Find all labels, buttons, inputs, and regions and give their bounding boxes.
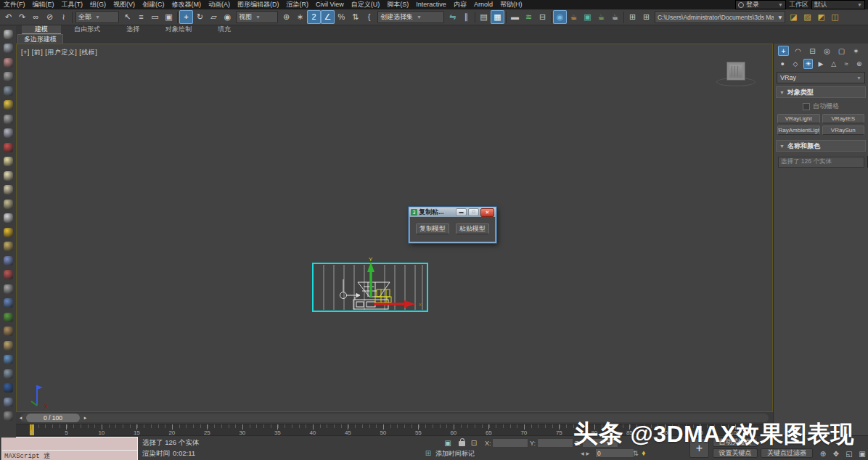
grid-explorer-icon[interactable]: ⊞ <box>626 10 639 24</box>
isolate-selection-icon[interactable]: ▣ <box>443 438 453 448</box>
mirror-icon[interactable]: ⇋ <box>446 10 459 24</box>
ribbon-tab[interactable]: 建模 <box>22 25 61 34</box>
name-color-rollout-header[interactable]: ▼ 名称和颜色 <box>776 140 866 152</box>
selected-model-wireframe[interactable]: Y x <box>311 258 430 317</box>
schematic-view-icon[interactable]: ⊟ <box>536 10 549 24</box>
maximize-button[interactable]: □ <box>468 208 479 216</box>
red-glasses-icon[interactable] <box>2 141 15 154</box>
minimize-button[interactable]: ▬ <box>456 208 467 216</box>
selection-lock-icon[interactable] <box>459 441 465 446</box>
render-setup-icon[interactable]: ☕ <box>567 10 581 24</box>
menu-item[interactable]: 修改器(M) <box>168 0 205 9</box>
prev-frame-arrow[interactable]: ◂ <box>17 414 25 422</box>
list-icon[interactable] <box>2 71 15 83</box>
cone-icon[interactable] <box>2 213 15 225</box>
motion-tab[interactable]: ◎ <box>822 46 832 56</box>
polygon-modeling-panel-tab[interactable]: 多边形建模 <box>17 34 63 44</box>
select-and-move-icon[interactable]: + <box>179 10 193 24</box>
select-and-link-icon[interactable]: ∞ <box>29 10 43 24</box>
transform-snap-icon[interactable]: ⊡ <box>469 438 479 448</box>
ribbon-tab[interactable]: 对象绘制 <box>152 25 205 34</box>
add-time-tag[interactable]: 添加时间标记 <box>435 449 475 459</box>
coin-icon[interactable] <box>2 340 15 352</box>
menu-item[interactable]: Interactive <box>412 0 450 9</box>
rectangular-selection-icon[interactable]: ▭ <box>148 10 162 24</box>
menu-item[interactable]: Civil View <box>312 0 348 9</box>
plate-icon[interactable] <box>2 156 15 168</box>
sun-icon[interactable] <box>2 226 15 239</box>
dome-icon[interactable] <box>2 170 15 182</box>
space-warps-category[interactable]: ≈ <box>842 59 851 69</box>
modify-tab[interactable]: ◠ <box>793 46 803 56</box>
projector-icon[interactable] <box>2 113 15 126</box>
menu-item[interactable]: 文件(F) <box>0 0 29 9</box>
vray-light-type-button[interactable]: VRayAmbientLight <box>777 126 820 135</box>
menu-item[interactable]: Arnold <box>470 0 496 9</box>
viewcube[interactable] <box>716 59 756 88</box>
ribbon-tab[interactable]: 自由形式 <box>61 25 113 34</box>
light-bulb-icon[interactable] <box>2 99 15 112</box>
time-slider-handle[interactable]: ◂ 0 / 100 ▸ <box>26 414 80 422</box>
cloud-icon[interactable] <box>2 43 15 55</box>
import-scene-icon[interactable]: ◫ <box>828 10 842 24</box>
cameras-category[interactable]: ▶ <box>816 59 826 69</box>
align-icon[interactable]: ∥ <box>459 10 473 24</box>
systems-category[interactable]: ⊛ <box>854 59 864 69</box>
menu-item[interactable]: 工具(T) <box>58 0 87 9</box>
document-icon[interactable] <box>2 396 15 408</box>
scene-explorer-icon[interactable]: ▤ <box>477 10 491 24</box>
sphere-icon[interactable] <box>2 184 15 197</box>
edit-named-sets-icon[interactable]: { <box>362 10 376 24</box>
login-dropdown[interactable]: 登录 ▼ <box>735 0 786 9</box>
grid-table-icon[interactable] <box>2 85 15 97</box>
menu-item[interactable]: 视图(V) <box>110 0 139 9</box>
teapot-render-icon[interactable] <box>2 28 15 41</box>
maximize-viewport-icon[interactable]: ▣ <box>856 448 868 459</box>
y-coordinate-field[interactable] <box>537 438 573 448</box>
menu-item[interactable]: 编辑(E) <box>29 0 58 9</box>
arc-icon[interactable] <box>2 411 15 423</box>
menu-item[interactable]: 自定义(U) <box>348 0 384 9</box>
render-iterative-icon[interactable]: ☕ <box>608 10 622 24</box>
rendered-frame-icon[interactable]: ▣ <box>581 10 594 24</box>
select-object-icon[interactable]: ↖ <box>120 10 134 24</box>
crown-icon[interactable] <box>2 283 15 295</box>
close-button[interactable]: ✕ <box>480 208 494 217</box>
image-icon[interactable] <box>2 368 15 380</box>
eclipse-sphere-icon[interactable] <box>2 382 15 395</box>
ribbon-toggle-icon[interactable]: ▬ <box>508 10 522 24</box>
angle-snap-icon[interactable]: ∠ <box>321 10 335 24</box>
select-and-manipulate-icon[interactable]: ∗ <box>293 10 307 24</box>
object-name-field[interactable] <box>778 157 864 168</box>
menu-item[interactable]: 渲染(R) <box>283 0 313 9</box>
snaps-toggle-icon[interactable]: 2 <box>307 10 321 24</box>
selection-filter-dropdown[interactable]: 全部▼ <box>75 11 119 23</box>
display-tab[interactable]: ▢ <box>836 46 847 56</box>
use-pivot-center-icon[interactable]: ⊕ <box>279 10 293 24</box>
bind-to-space-warp-icon[interactable]: ≀ <box>57 10 70 24</box>
lights-category[interactable]: ☀ <box>803 59 813 69</box>
next-frame-arrow[interactable]: ▸ <box>81 414 89 422</box>
layer-explorer-icon[interactable]: ▦ <box>491 10 504 24</box>
reference-coordinate-dropdown[interactable]: 视图▼ <box>236 11 278 23</box>
hierarchy-tab[interactable]: ⊟ <box>807 46 818 56</box>
render-production-icon[interactable]: ☕ <box>594 10 608 24</box>
viewport-front[interactable]: [+] [前] [用户定义] [线框] <box>16 44 773 412</box>
helpers-category[interactable]: △ <box>829 59 838 69</box>
percent-snap-icon[interactable]: % <box>335 10 348 24</box>
select-and-place-icon[interactable]: ◉ <box>221 10 234 24</box>
select-and-rotate-icon[interactable]: ↻ <box>193 10 207 24</box>
gold-ring-icon[interactable] <box>2 241 15 253</box>
menu-item[interactable]: 组(G) <box>86 0 110 9</box>
curve-editor-icon[interactable]: ≋ <box>522 10 536 24</box>
grid-display-icon[interactable]: ⊞ <box>639 10 653 24</box>
blue-sphere-icon[interactable] <box>2 354 15 366</box>
undo-icon[interactable]: ↶ <box>1 10 15 24</box>
geometry-category[interactable]: ● <box>778 59 787 69</box>
maxscript-mini-listener[interactable]: MAXScript 迷 <box>1 437 138 460</box>
x-coordinate-field[interactable] <box>492 438 528 448</box>
grass-icon[interactable] <box>2 311 15 324</box>
menu-item[interactable]: 帮助(H) <box>496 0 526 9</box>
save-scene-icon[interactable]: ◩ <box>814 10 828 24</box>
autogrid-checkbox[interactable] <box>803 103 810 110</box>
